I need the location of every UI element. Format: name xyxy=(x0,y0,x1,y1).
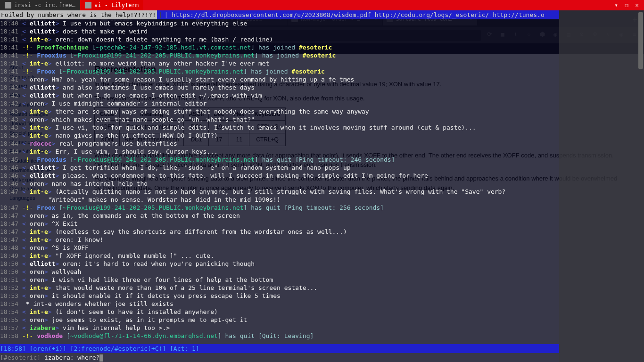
irc-line: 18:48 < oren> ^S is XOFF xyxy=(0,244,559,252)
irc-line: 18:58 -!- vodkode [~vodkode@fl-71-1-14-6… xyxy=(0,332,559,340)
irc-line: 18:46 < elliott> I get terrified when I … xyxy=(0,164,559,172)
irc-line: 18:51 < oren> I wish vi had like three o… xyxy=(0,276,559,284)
irc-line: 18:41 -!- Froox [~Frooxius@199-241-202-2… xyxy=(0,67,559,75)
irc-line: 18:43 < int-e> there are so many ways of… xyxy=(0,107,559,115)
irc-line: 18:43 < oren> which makes even that nano… xyxy=(0,115,559,123)
irc-line: 18:42 < elliott> but when I do use emacs… xyxy=(0,91,559,99)
topic-highlight: Foiled by numbers where is the help!?!?!… xyxy=(0,10,157,19)
input-text: izabera: where? xyxy=(44,354,99,361)
irc-line: 18:41 -!- ProofTechnique [~ptech@c-24-14… xyxy=(0,43,559,51)
titlebar-tab-label: irssi -c irc.free… xyxy=(14,2,75,8)
irc-line: "WriteOut" makes no sense. Wordstar has … xyxy=(0,196,559,204)
input-channel: [#esoteric] xyxy=(0,354,44,361)
irc-line: 18:44 < rdococ> real programmers use but… xyxy=(0,140,559,148)
irc-line: 18:41 < int-e> oren: down doesn't delete… xyxy=(0,35,559,43)
irc-line: 18:41 < elliott> does that make me weird xyxy=(0,27,559,35)
irc-line: 18:52 < int-e> that would waste more tha… xyxy=(0,284,559,292)
titlebar-tab-label: vi - LilyTerm xyxy=(94,2,139,8)
irc-input-line[interactable]: [#esoteric] izabera: where? xyxy=(0,353,559,362)
irc-line: 18:41 < oren> Hm? oh. yeah for some reas… xyxy=(0,75,559,83)
terminal-icon xyxy=(5,2,11,8)
irc-line: 18:41 -!- Frooxius [~Frooxius@199-241-20… xyxy=(0,51,559,59)
irc-line: 18:50 < elliott> oren: it's hard to read… xyxy=(0,260,559,268)
irc-line: 18:44 < int-e> Err, I use vim, I should … xyxy=(0,148,559,156)
irc-line: 18:47 < int-e> oren: I know! xyxy=(0,236,559,244)
irc-line: 18:54 * int-e wonders whether joe still … xyxy=(0,300,559,308)
terminal-icon xyxy=(85,2,91,8)
topic-text: | https://dl.dropboxusercontent.com/u/20… xyxy=(165,10,545,19)
irc-line: 18:47 < int-e> (Actually quitting nano i… xyxy=(0,188,559,196)
irc-status-bar: [18:58] [oren(+i)] [2:freenode/#esoteric… xyxy=(0,344,559,353)
irc-line: 18:47 < oren> as in, the commands are at… xyxy=(0,212,559,220)
close-button[interactable]: ✕ xyxy=(634,2,640,8)
irc-line: 18:45 -!- Frooxius [~Frooxius@199-241-20… xyxy=(0,156,559,164)
minimize-button[interactable]: ▾ xyxy=(613,2,619,8)
irc-line: 18:47 < oren> ^X Exit xyxy=(0,220,559,228)
irc-line: 18:43 < int-e> nano gives me the vi effe… xyxy=(0,132,559,140)
irc-topic-bar: Foiled by numbers where is the help!?!?!… xyxy=(0,10,559,19)
irc-line: 18:50 < oren> wellyeah xyxy=(0,268,559,276)
irc-line: 18:42 < elliott> and also sometimes I us… xyxy=(0,83,559,91)
irc-line: 18:40 < elliott> I use vim but emacs key… xyxy=(0,19,559,27)
irc-line: 18:57 < izabera> vim has internal help t… xyxy=(0,324,559,332)
irc-line: 18:46 < oren> nano has internal help tho xyxy=(0,180,559,188)
irc-line: 18:54 < int-e> (I don't seem to have it … xyxy=(0,308,559,316)
status-text: [18:58] [oren(+i)] [2:freenode/#esoteric… xyxy=(0,345,199,352)
cursor xyxy=(99,354,103,362)
irc-line: 18:42 < oren> I use midnight commander's… xyxy=(0,99,559,107)
titlebar-tab-irssi[interactable]: irssi -c irc.free… xyxy=(0,0,80,10)
irc-line: 18:55 < oren> joe seems to exist, as in … xyxy=(0,316,559,324)
irc-line: 18:53 < oren> it should enable it if it … xyxy=(0,292,559,300)
irc-terminal: Foiled by numbers where is the help!?!?!… xyxy=(0,10,559,362)
background-window-right xyxy=(559,10,644,362)
irc-line: 18:46 < elliott> please. what condemned … xyxy=(0,172,559,180)
title-bar: irssi -c irc.free… vi - LilyTerm ▾ ❐ ✕ xyxy=(0,0,644,10)
scrollbar-thumb[interactable] xyxy=(638,12,643,69)
titlebar-tab-vi[interactable]: vi - LilyTerm xyxy=(80,0,143,10)
restore-button[interactable]: ❐ xyxy=(623,2,630,8)
irc-line: 18:49 < int-e> "[ XOFF ignored, mumble m… xyxy=(0,252,559,260)
irc-line: 18:41 < int-e> elliott: no more weird th… xyxy=(0,59,559,67)
irc-log[interactable]: 18:40 < elliott> I use vim but emacs key… xyxy=(0,19,559,344)
irc-line: 18:43 < int-e> I use vi, too, for quick … xyxy=(0,123,559,132)
irc-line: 18:47 < int-e> (needless to say the shor… xyxy=(0,228,559,236)
irc-line: 18:47 -!- Froox [~Frooxius@199-241-202-2… xyxy=(0,204,559,212)
